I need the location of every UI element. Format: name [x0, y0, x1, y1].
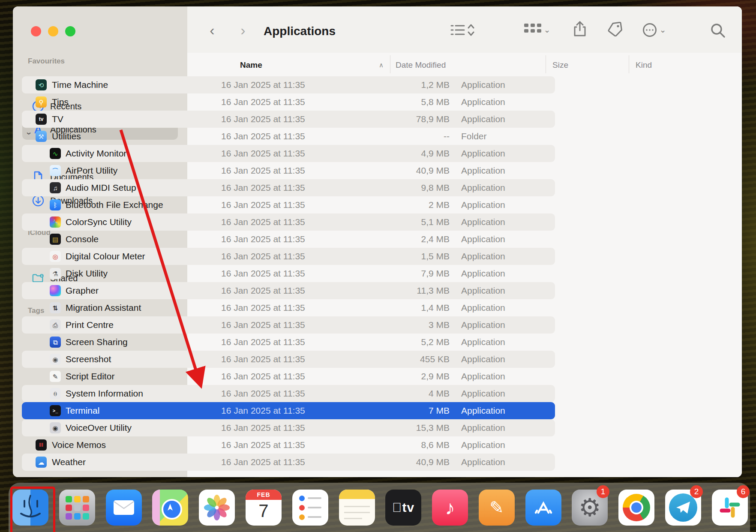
- table-row[interactable]: ◎Digital Colour Meter16 Jan 2025 at 11:3…: [22, 248, 555, 265]
- disclosure-chevron-icon[interactable]: ›: [24, 132, 34, 141]
- file-name: Time Machine: [52, 80, 108, 90]
- table-row[interactable]: ⚲Tips16 Jan 2025 at 11:355,8 MBApplicati…: [22, 93, 555, 111]
- digital-colour-meter-icon: ◎: [50, 251, 61, 262]
- file-date-modified: 16 Jan 2025 at 11:35: [221, 165, 305, 176]
- dock-item-reminders[interactable]: [292, 490, 328, 526]
- file-kind: Application: [461, 457, 505, 467]
- tag-icon[interactable]: [607, 22, 623, 36]
- file-size: 5,1 MB: [421, 217, 450, 227]
- tips-icon: ⚲: [36, 96, 47, 108]
- terminal-icon: >_: [50, 405, 61, 416]
- file-size: 2 MB: [429, 200, 450, 210]
- activity-monitor-icon: ∿: [50, 148, 61, 159]
- table-row[interactable]: ▤Console16 Jan 2025 at 11:352,4 MBApplic…: [22, 231, 555, 248]
- file-date-modified: 16 Jan 2025 at 11:35: [221, 268, 305, 279]
- file-kind: Application: [461, 251, 505, 261]
- file-list: ⟲Time Machine16 Jan 2025 at 11:351,2 MBA…: [22, 76, 555, 471]
- file-name: Migration Assistant: [66, 303, 141, 313]
- table-row[interactable]: ∿Activity Monitor16 Jan 2025 at 11:354,9…: [22, 145, 555, 162]
- file-name: Screenshot: [66, 354, 111, 364]
- weather-icon: ☁: [36, 457, 47, 468]
- file-name: Bluetooth File Exchange: [66, 200, 163, 210]
- file-size: 2,9 MB: [421, 371, 450, 382]
- group-by-icon[interactable]: ⌄: [524, 24, 550, 36]
- table-row[interactable]: ✎Script Editor16 Jan 2025 at 11:352,9 MB…: [22, 368, 555, 385]
- notification-badge: 6: [737, 485, 750, 498]
- file-size: 3 MB: [429, 320, 450, 330]
- table-row[interactable]: ◉VoiceOver Utility16 Jan 2025 at 11:3515…: [22, 419, 555, 436]
- more-options-icon[interactable]: ⌄: [642, 23, 666, 37]
- file-kind: Application: [461, 97, 505, 107]
- file-date-modified: 16 Jan 2025 at 11:35: [221, 97, 305, 107]
- file-kind: Application: [461, 371, 505, 382]
- table-row[interactable]: ☁Weather16 Jan 2025 at 11:3540,9 MBAppli…: [22, 454, 555, 471]
- column-header-size[interactable]: Size: [552, 60, 568, 70]
- sort-ascending-icon: ∧: [379, 61, 384, 69]
- file-size: 40,9 MB: [416, 457, 450, 467]
- table-row[interactable]: tvTV16 Jan 2025 at 11:3578,9 MBApplicati…: [22, 111, 555, 128]
- file-kind: Application: [461, 388, 505, 399]
- column-header-name[interactable]: Name: [240, 60, 262, 70]
- chevron-down-icon: ⌄: [544, 25, 550, 35]
- dock-item-notes[interactable]: [339, 490, 375, 526]
- close-button[interactable]: [31, 26, 41, 36]
- table-row[interactable]: >_Terminal16 Jan 2025 at 11:357 MBApplic…: [22, 402, 555, 419]
- voiceover-utility-icon: ◉: [50, 422, 61, 433]
- file-name: Utilities: [52, 131, 81, 141]
- file-date-modified: 16 Jan 2025 at 11:35: [221, 388, 305, 399]
- table-row[interactable]: ⧉Screen Sharing16 Jan 2025 at 11:355,2 M…: [22, 334, 555, 351]
- file-date-modified: 16 Jan 2025 at 11:35: [221, 423, 305, 433]
- file-kind: Application: [461, 423, 505, 433]
- file-date-modified: 16 Jan 2025 at 11:35: [221, 320, 305, 330]
- file-kind: Application: [461, 354, 505, 364]
- file-kind: Application: [461, 268, 505, 279]
- dock-item-photos[interactable]: [199, 490, 235, 526]
- table-row[interactable]: 🔧ColorSync Utility16 Jan 2025 at 11:355,…: [22, 213, 555, 231]
- dock-item-app-store[interactable]: [525, 490, 561, 526]
- table-row[interactable]: ⇅Migration Assistant16 Jan 2025 at 11:35…: [22, 299, 555, 316]
- dock-item-calendar[interactable]: FEB 7: [246, 490, 282, 526]
- minimize-button[interactable]: [48, 26, 58, 36]
- dock-item-pages[interactable]: ✎: [479, 490, 515, 526]
- dock-item-launchpad[interactable]: [59, 490, 95, 526]
- file-name: Digital Colour Meter: [66, 251, 145, 261]
- share-icon[interactable]: [573, 21, 587, 37]
- file-kind: Application: [461, 114, 505, 124]
- dock-item-music[interactable]: ♪: [432, 490, 468, 526]
- file-name: VoiceOver Utility: [66, 423, 132, 433]
- file-date-modified: 16 Jan 2025 at 11:35: [221, 286, 305, 296]
- table-row[interactable]: ›⚒Utilities16 Jan 2025 at 11:35--Folder: [22, 128, 555, 145]
- search-icon[interactable]: [710, 23, 726, 38]
- dock-item-mail[interactable]: [106, 490, 142, 526]
- table-row[interactable]: ⎙Print Centre16 Jan 2025 at 11:353 MBApp…: [22, 316, 555, 334]
- table-row[interactable]: Grapher16 Jan 2025 at 11:3511,3 MBApplic…: [22, 282, 555, 299]
- toolbar: ‹ › Applications: [187, 6, 742, 53]
- file-date-modified: 16 Jan 2025 at 11:35: [221, 80, 305, 90]
- list-view-icon[interactable]: [450, 24, 474, 36]
- file-kind: Application: [461, 217, 505, 227]
- column-header-kind[interactable]: Kind: [636, 60, 652, 70]
- dock-item-maps[interactable]: [152, 490, 188, 526]
- forward-button[interactable]: ›: [235, 23, 251, 37]
- file-size: 4 MB: [429, 388, 450, 399]
- dock-item-chrome[interactable]: [618, 490, 654, 526]
- file-name: Screen Sharing: [66, 337, 128, 347]
- back-button[interactable]: ‹: [204, 23, 220, 37]
- zoom-button[interactable]: [65, 26, 75, 36]
- screenshot-icon: ◉: [50, 354, 61, 365]
- file-kind: Application: [461, 440, 505, 450]
- table-row[interactable]: ⍬System Information16 Jan 2025 at 11:354…: [22, 385, 555, 402]
- table-row[interactable]: ◉Screenshot16 Jan 2025 at 11:35455 KBApp…: [22, 351, 555, 368]
- console-icon: ▤: [50, 234, 61, 245]
- table-row[interactable]: ‖‖Voice Memos16 Jan 2025 at 11:358,6 MBA…: [22, 436, 555, 454]
- audio-midi-setup-icon: ♫: [50, 182, 61, 193]
- column-header-date[interactable]: Date Modified: [396, 60, 446, 70]
- table-header: Name ∧ Date Modified Size Kind: [187, 53, 742, 76]
- table-row[interactable]: ⟲Time Machine16 Jan 2025 at 11:351,2 MBA…: [22, 76, 555, 93]
- table-row[interactable]: ♫Audio MIDI Setup16 Jan 2025 at 11:359,8…: [22, 179, 555, 196]
- dock-item-apple-tv[interactable]: tv: [385, 490, 421, 526]
- table-row[interactable]: ⚗Disk Utility16 Jan 2025 at 11:357,9 MBA…: [22, 265, 555, 282]
- file-name: Terminal: [66, 406, 99, 416]
- table-row[interactable]: ⌒AirPort Utility16 Jan 2025 at 11:3540,9…: [22, 162, 555, 179]
- table-row[interactable]: ᛒBluetooth File Exchange16 Jan 2025 at 1…: [22, 196, 555, 213]
